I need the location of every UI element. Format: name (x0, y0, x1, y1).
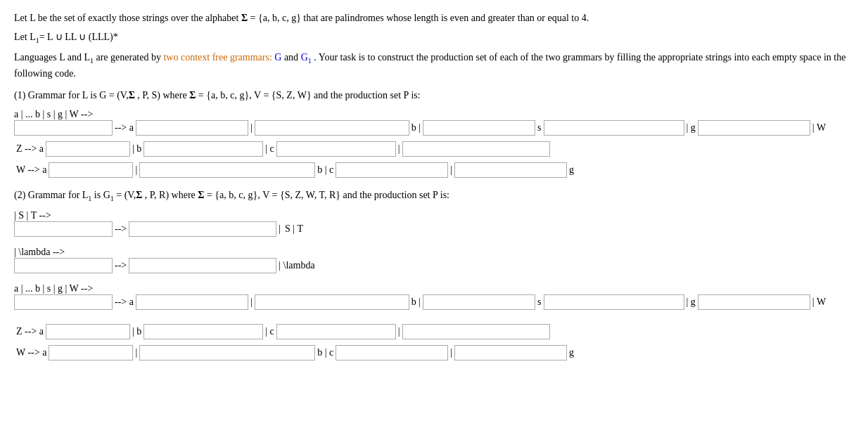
grammar2-w-pipe1: | (135, 347, 137, 358)
grammar1-s-input4[interactable] (423, 120, 535, 136)
spacer2 (14, 278, 854, 283)
grammar2-t-arrow: --> (115, 260, 127, 271)
grammar1-w-input4[interactable] (454, 162, 567, 178)
grammar-g-label: G (274, 52, 281, 63)
grammar-g1-label: G1 (301, 52, 312, 63)
line1b-text: = {a, b, c, g} that are palindromes whos… (250, 13, 589, 23)
grammar1-w-pipe2: | (450, 164, 452, 176)
grammar2-w-row: W --> a | b | c | g (14, 345, 854, 360)
grammar2-z-input4[interactable] (402, 324, 550, 339)
grammar2-s-input1[interactable] (14, 294, 113, 310)
grammar2-z-pipe-c: | c (265, 326, 274, 337)
grammar1-z-input4[interactable] (402, 141, 550, 157)
grammar2-s-input6[interactable] (698, 294, 810, 310)
line3-mid: are generated by (96, 52, 161, 63)
grammar2-z-input3[interactable] (276, 324, 396, 339)
line2-pre: Let L (14, 32, 36, 42)
grammar2-r-row: --> | S | T (14, 221, 854, 237)
grammar1-pipe1: | (250, 122, 253, 134)
line3-and: and (284, 52, 298, 63)
grammar2-s-row: --> a | b | s | g | W (14, 294, 854, 310)
grammar1-w-pipe1: | (135, 164, 137, 176)
spacer3 (14, 314, 854, 318)
grammar1-w-input3[interactable] (336, 162, 448, 178)
grammar1-s-input[interactable] (14, 120, 113, 136)
grammar1-pipe-b: b | (411, 122, 421, 134)
grammar2-t-input2[interactable] (129, 258, 276, 273)
grammar1-s-input3[interactable] (255, 120, 409, 136)
grammar2-t-input1[interactable] (14, 258, 113, 273)
grammar2-t-row: --> | \lambda (14, 258, 854, 273)
grammar1-z-pipe-l: | (398, 143, 400, 155)
line2-paragraph: Let L1= L ∪ LL ∪ (LLL)* (14, 30, 854, 46)
sigma-symbol: Σ (241, 13, 250, 23)
grammar1-w-row: W --> a | b | c | g (14, 162, 854, 178)
grammar2-s-pipe-s: s (537, 297, 541, 308)
grammar2-s-input2[interactable] (136, 294, 248, 310)
grammar2-w-pipe2: | (450, 347, 452, 358)
grammar1-z-pipe-c: | c (265, 143, 274, 155)
spacer1 (14, 241, 854, 247)
grammar2-w-input4[interactable] (454, 345, 567, 360)
grammar2-title: (2) Grammar for L1 is G1 = (V,Σ , P, R) … (14, 188, 854, 204)
grammar2-z-pipe-l: | (398, 326, 400, 337)
grammar1-w-bc: b | c (317, 164, 333, 176)
line1-paragraph: Let L be the set of exactly those string… (14, 11, 854, 25)
grammar2-s-pipe-b: b | (411, 297, 421, 308)
grammar2-w-input3[interactable] (336, 345, 448, 360)
grammar2-s-pipe-w: | W (812, 297, 826, 308)
grammar2-r-st: S | T (285, 223, 303, 235)
grammar2-s-arrow-a: --> a (115, 297, 134, 308)
grammar2-w-label: W --> a (16, 347, 46, 358)
grammar1-s-row: --> a | b | s | g | W (14, 120, 854, 136)
line3-grammars: two context free grammars: (163, 52, 272, 63)
grammar2-z-label: Z --> a (16, 326, 44, 337)
grammar1-z-input2[interactable] (143, 141, 263, 157)
grammar2-r-input2[interactable] (129, 221, 276, 237)
grammar2-r-arrow: --> (115, 223, 127, 235)
grammar1-z-input3[interactable] (276, 141, 396, 157)
grammar1-w-input1[interactable] (49, 162, 133, 178)
grammar2-s-pipe-g: | g (687, 297, 696, 308)
grammar1-z-pipe-b: | b (132, 143, 141, 155)
grammar2-t-lambda: | \lambda (279, 260, 314, 271)
grammar2-w-input2[interactable] (139, 345, 315, 360)
grammar2-s-pipe1: | (250, 297, 253, 308)
grammar1-s-input2[interactable] (136, 120, 248, 136)
grammar1-w-label: W --> a (16, 164, 46, 176)
line3-paragraph: Languages L and L1 are generated by two … (14, 50, 854, 81)
grammar1-title: (1) Grammar for L is G = (V,Σ , P, S) wh… (14, 88, 854, 103)
grammar1-pipe-w: | W (812, 122, 826, 134)
grammar2-r-pipe1: | (279, 223, 281, 235)
line3-pre: Languages L and L (14, 52, 90, 63)
grammar1-z-row: Z --> a | b | c | (14, 141, 854, 157)
grammar1-z-input1[interactable] (46, 141, 130, 157)
grammar2-s-input5[interactable] (544, 294, 684, 310)
grammar1-arrow-a: --> a (115, 122, 134, 134)
grammar2-r-input1[interactable] (14, 221, 113, 237)
grammar2-z-input1[interactable] (46, 324, 130, 339)
grammar1-s-input6[interactable] (698, 120, 810, 136)
grammar2-s-input4[interactable] (423, 294, 535, 310)
grammar2-z-pipe-b: | b (132, 326, 141, 337)
line2-post: = L ∪ LL ∪ (LLL)* (39, 32, 118, 42)
grammar1-w-input2[interactable] (139, 162, 315, 178)
line1-text: Let L be the set of exactly those string… (14, 13, 238, 23)
grammar2-s-input3[interactable] (255, 294, 409, 310)
grammar2-w-input1[interactable] (49, 345, 133, 360)
grammar1-s-input5[interactable] (544, 120, 684, 136)
grammar1-pipe-g: | g (687, 122, 696, 134)
grammar2-z-input2[interactable] (143, 324, 263, 339)
grammar2-w-g: g (569, 347, 574, 358)
grammar1-pipe-s: s (537, 122, 541, 134)
grammar2-z-row: Z --> a | b | c | (14, 324, 854, 339)
grammar1-z-label: Z --> a (16, 143, 44, 155)
grammar1-w-g: g (569, 164, 574, 176)
grammar2-w-bc: b | c (317, 347, 333, 358)
